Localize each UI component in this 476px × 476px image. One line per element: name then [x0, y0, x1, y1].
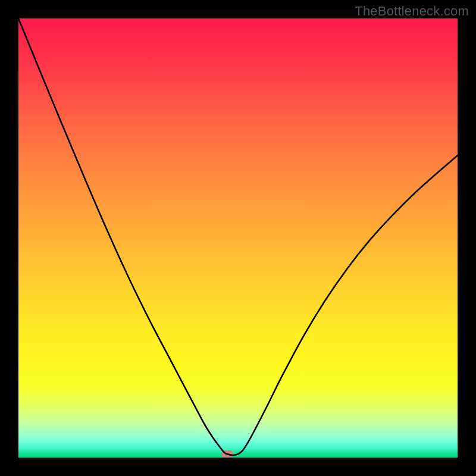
chart-frame: TheBottleneck.com — [0, 0, 476, 476]
plot-area — [18, 18, 458, 458]
watermark-text: TheBottleneck.com — [355, 4, 469, 19]
bottleneck-curve — [18, 18, 458, 458]
